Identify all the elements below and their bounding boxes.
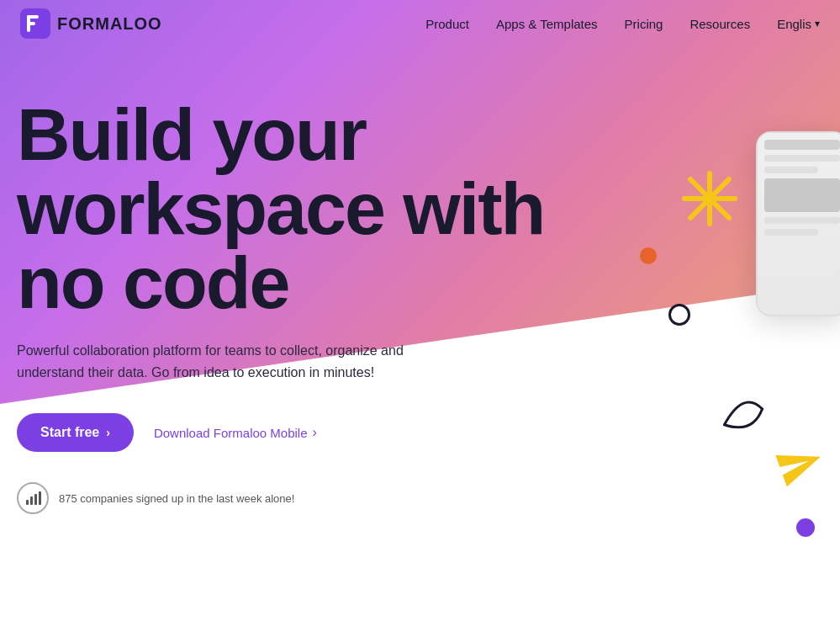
nav-language[interactable]: Englis ▾ [777,17,820,31]
social-proof: 875 companies signed up in the last week… [17,482,840,514]
navigation: FORMALOO Product Apps & Templates Pricin… [0,0,840,47]
download-mobile-label: Download Formaloo Mobile [154,426,308,440]
hero-title-line2: workspace with [17,167,544,250]
nav-apps-templates[interactable]: Apps & Templates [496,17,598,31]
hero-title: Build your workspace with no code [17,98,689,320]
logo[interactable]: FORMALOO [20,8,162,39]
language-chevron-icon: ▾ [815,18,820,29]
download-chevron-icon: › [313,425,317,440]
hero-content: Build your workspace with no code Powerf… [0,47,840,514]
start-free-label: Start free [40,425,99,440]
download-mobile-button[interactable]: Download Formaloo Mobile › [154,425,317,440]
hero-buttons: Start free › Download Formaloo Mobile › [17,413,840,452]
svg-rect-6 [34,494,37,505]
social-proof-text: 875 companies signed up in the last week… [59,492,294,505]
start-free-button[interactable]: Start free › [17,413,134,452]
hero-title-line3: no code [17,241,288,324]
svg-rect-4 [26,500,29,505]
nav-pricing[interactable]: Pricing [625,17,663,31]
svg-rect-7 [39,491,41,505]
chart-icon [17,482,49,514]
logo-icon [20,8,50,39]
logo-text: FORMALOO [57,14,162,34]
svg-rect-5 [30,496,33,505]
hero-subtitle: Powerful collaboration platform for team… [17,340,471,383]
svg-rect-3 [27,22,35,25]
start-free-arrow-icon: › [106,426,110,439]
nav-product[interactable]: Product [425,17,469,31]
nav-resources[interactable]: Resources [689,17,750,31]
hero-title-line1: Build your [17,93,366,176]
nav-links: Product Apps & Templates Pricing Resourc… [425,17,820,31]
purple-circle-decoration [796,518,815,537]
